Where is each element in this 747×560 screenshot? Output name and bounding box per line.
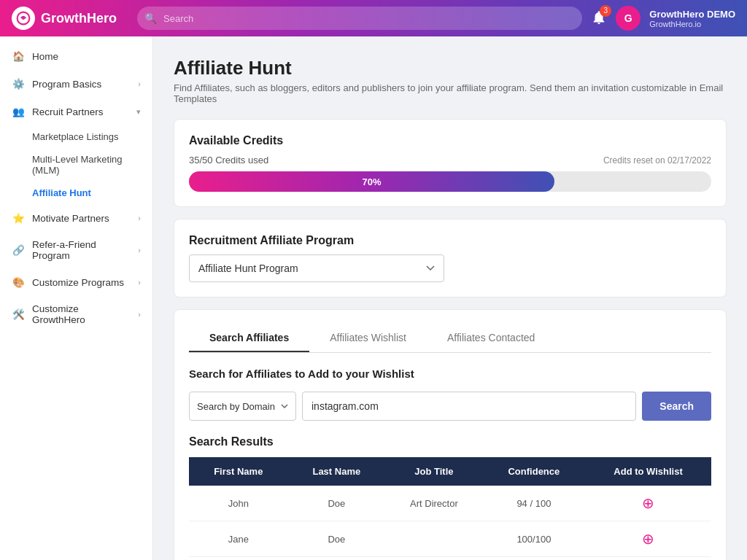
credits-used: 35/50 Credits used bbox=[189, 155, 268, 166]
program-select[interactable]: Affiliate Hunt Program Default Program bbox=[189, 254, 444, 282]
sidebar: 🏠 Home ⚙️ Program Basics › 👥 Recruit Par… bbox=[0, 36, 153, 560]
recruitment-card-title: Recruitment Affiliate Program bbox=[189, 234, 711, 247]
chevron-right-icon-2: › bbox=[138, 214, 141, 222]
cell-first-name: Jane bbox=[189, 521, 288, 557]
search-domain-input[interactable] bbox=[302, 392, 636, 421]
notif-badge: 3 bbox=[600, 5, 611, 17]
program-select-group: Affiliate Hunt Program Default Program bbox=[189, 254, 711, 282]
progress-bar-bg: 70% bbox=[189, 171, 711, 192]
sidebar-item-home[interactable]: 🏠 Home bbox=[0, 42, 152, 70]
col-last-name: Last Name bbox=[288, 457, 386, 486]
avatar[interactable]: G bbox=[616, 6, 640, 31]
search-icon: 🔍 bbox=[144, 12, 157, 24]
progress-label: 70% bbox=[363, 176, 382, 187]
credits-row: 35/50 Credits used Credits reset on 02/1… bbox=[189, 155, 711, 166]
cell-job-title bbox=[385, 557, 483, 561]
col-add-wishlist: Add to Wishlist bbox=[585, 457, 711, 486]
sidebar-label-program-basics: Program Basics bbox=[32, 79, 101, 90]
search-row: Search by Domain Search by Name Search b… bbox=[189, 392, 711, 421]
tab-affiliates-contacted[interactable]: Affiliates Contacted bbox=[427, 324, 555, 352]
search-input[interactable] bbox=[137, 7, 582, 30]
topnav-right: 3 G GrowthHero DEMO GrowthHero.io bbox=[591, 6, 735, 31]
col-job-title: Job Title bbox=[385, 457, 483, 486]
star-icon: ⭐ bbox=[12, 211, 25, 225]
sidebar-item-customize-programs[interactable]: 🎨 Customize Programs › bbox=[0, 268, 152, 296]
sidebar-label-recruit-partners: Recruit Partners bbox=[32, 106, 104, 117]
search-button[interactable]: Search bbox=[642, 392, 711, 421]
chevron-right-icon-4: › bbox=[138, 278, 141, 287]
brush-icon: 🎨 bbox=[12, 276, 25, 289]
cell-add-wishlist[interactable]: ⊕ bbox=[585, 557, 711, 561]
page-subtitle: Find Affiliates, such as bloggers, edito… bbox=[174, 82, 727, 104]
user-name: GrowthHero DEMO bbox=[649, 9, 735, 20]
chevron-right-icon: › bbox=[138, 79, 141, 88]
user-site: GrowthHero.io bbox=[649, 20, 735, 28]
notifications-button[interactable]: 3 bbox=[591, 9, 607, 28]
settings-icon: ⚙️ bbox=[12, 77, 25, 90]
add-wishlist-button[interactable]: ⊕ bbox=[642, 530, 654, 548]
logo-text: GrowthHero bbox=[41, 11, 117, 26]
credits-card: Available Credits 35/50 Credits used Cre… bbox=[174, 119, 727, 207]
main-content: Affiliate Hunt Find Affiliates, such as … bbox=[153, 36, 747, 560]
cell-last-name: Doe bbox=[288, 486, 386, 521]
credits-card-title: Available Credits bbox=[189, 134, 711, 147]
tabs: Search Affiliates Affiliates Wishlist Af… bbox=[189, 324, 711, 353]
logo-icon bbox=[12, 7, 35, 30]
cell-last-name: Doe bbox=[288, 521, 386, 557]
search-bar[interactable]: 🔍 bbox=[137, 7, 582, 30]
table-row: John Smith 94 / 100 ⊕ bbox=[189, 557, 711, 561]
page-title: Affiliate Hunt bbox=[174, 57, 727, 79]
tab-search-affiliates[interactable]: Search Affiliates bbox=[189, 324, 309, 352]
sidebar-item-refer-a-friend[interactable]: 🔗 Refer-a-Friend Program › bbox=[0, 232, 152, 268]
sidebar-item-affiliate-hunt[interactable]: Affiliate Hunt bbox=[32, 182, 152, 204]
sidebar-label-motivate: Motivate Partners bbox=[32, 213, 109, 224]
cell-confidence: 100/100 bbox=[483, 521, 585, 557]
sidebar-label-refer: Refer-a-Friend Program bbox=[32, 239, 131, 261]
recruitment-card: Recruitment Affiliate Program Affiliate … bbox=[174, 219, 727, 298]
cell-add-wishlist[interactable]: ⊕ bbox=[585, 486, 711, 521]
chevron-down-icon: ▾ bbox=[136, 107, 141, 117]
results-section: Search Results First Name Last Name Job … bbox=[189, 435, 711, 560]
chevron-right-icon-3: › bbox=[138, 246, 141, 254]
people-icon: 👥 bbox=[12, 105, 25, 118]
cell-first-name: John bbox=[189, 557, 288, 561]
share-icon: 🔗 bbox=[12, 244, 25, 257]
sidebar-label-customize-gh: Customize GrowthHero bbox=[32, 303, 131, 325]
cell-job-title: Art Director bbox=[385, 486, 483, 521]
home-icon: 🏠 bbox=[12, 50, 25, 63]
cell-add-wishlist[interactable]: ⊕ bbox=[585, 521, 711, 557]
table-row: Jane Doe 100/100 ⊕ bbox=[189, 521, 711, 557]
sidebar-item-recruit-partners[interactable]: 👥 Recruit Partners ▾ bbox=[0, 98, 152, 125]
progress-bar-fill: 70% bbox=[189, 171, 554, 192]
results-table: First Name Last Name Job Title Confidenc… bbox=[189, 457, 711, 560]
sidebar-item-motivate-partners[interactable]: ⭐ Motivate Partners › bbox=[0, 204, 152, 232]
sidebar-item-mlm[interactable]: Multi-Level Marketing (MLM) bbox=[32, 148, 152, 182]
sidebar-sub-recruit: Marketplace Listings Multi-Level Marketi… bbox=[0, 125, 152, 204]
sidebar-item-marketplace-listings[interactable]: Marketplace Listings bbox=[32, 125, 152, 148]
topnav: GrowthHero 🔍 3 G GrowthHero DEMO GrowthH… bbox=[0, 0, 747, 36]
table-row: John Doe Art Director 94 / 100 ⊕ bbox=[189, 486, 711, 521]
sidebar-item-customize-growthhero[interactable]: 🛠️ Customize GrowthHero › bbox=[0, 296, 152, 332]
col-first-name: First Name bbox=[189, 457, 288, 486]
logo[interactable]: GrowthHero bbox=[12, 7, 128, 30]
chevron-right-icon-5: › bbox=[138, 310, 141, 319]
cell-confidence: 94 / 100 bbox=[483, 486, 585, 521]
sidebar-label-home: Home bbox=[32, 51, 58, 62]
user-info: GrowthHero DEMO GrowthHero.io bbox=[649, 9, 735, 28]
tab-affiliates-wishlist[interactable]: Affiliates Wishlist bbox=[309, 324, 427, 352]
cell-last-name: Smith bbox=[288, 557, 386, 561]
search-section: Search for Affiliates to Add to your Wis… bbox=[189, 368, 711, 421]
credits-reset: Credits reset on 02/17/2022 bbox=[603, 155, 711, 166]
tune-icon: 🛠️ bbox=[12, 308, 25, 321]
search-type-dropdown[interactable]: Search by Domain Search by Name Search b… bbox=[189, 392, 296, 421]
search-card: Search Affiliates Affiliates Wishlist Af… bbox=[174, 309, 727, 560]
table-header-row: First Name Last Name Job Title Confidenc… bbox=[189, 457, 711, 486]
cell-job-title bbox=[385, 521, 483, 557]
search-section-title: Search for Affiliates to Add to your Wis… bbox=[189, 368, 711, 380]
sidebar-item-program-basics[interactable]: ⚙️ Program Basics › bbox=[0, 70, 152, 98]
sidebar-label-customize-programs: Customize Programs bbox=[32, 277, 124, 288]
results-title: Search Results bbox=[189, 435, 711, 448]
add-wishlist-button[interactable]: ⊕ bbox=[642, 494, 654, 512]
cell-confidence: 94 / 100 bbox=[483, 557, 585, 561]
svg-point-1 bbox=[22, 17, 25, 20]
